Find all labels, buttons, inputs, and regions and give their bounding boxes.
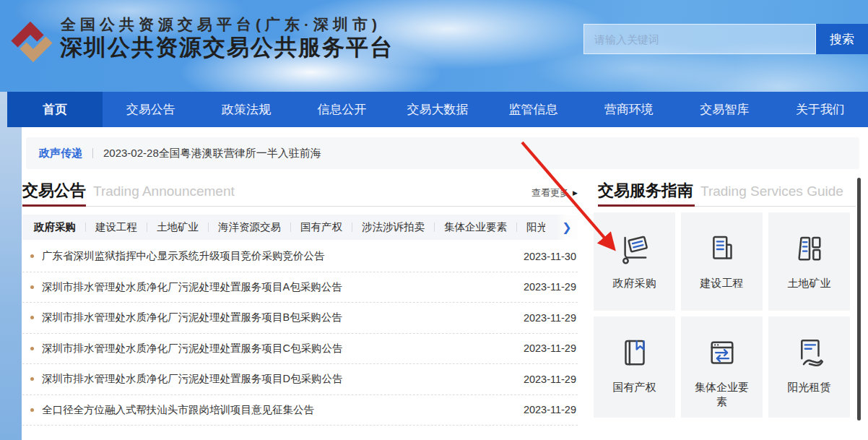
announcements-title-en: Trading Announcement bbox=[93, 184, 235, 199]
announcement-date: 2023-11-29 bbox=[524, 281, 578, 293]
service-card-sunshine-leasing[interactable]: 阳光租赁 bbox=[768, 316, 850, 418]
bullet-dot-icon bbox=[30, 377, 34, 381]
view-more-arrow-icon: ▶ bbox=[573, 189, 578, 197]
bullet-dot-icon bbox=[30, 254, 34, 258]
main-nav: 首页 交易公告 政策法规 信息公开 交易大数据 监管信息 营商环境 交易智库 关… bbox=[7, 92, 868, 127]
announcement-row[interactable]: 深圳市排水管理处水质净化厂污泥处理处置服务项目A包采购公告 2023-11-29 bbox=[22, 272, 578, 303]
ticker-category[interactable]: 政声传递 bbox=[39, 147, 82, 160]
service-card-government-procurement[interactable]: 政府采购 bbox=[594, 212, 675, 311]
nav-item-about-us[interactable]: 关于我们 bbox=[773, 92, 868, 127]
announcements-title-cn: 交易公告 bbox=[22, 180, 86, 202]
nav-item-trade-announcements[interactable]: 交易公告 bbox=[103, 92, 198, 127]
announcements-section-header: 交易公告 Trading Announcement 查看更多 ▶ bbox=[22, 180, 578, 202]
nav-item-business-env[interactable]: 营商环境 bbox=[581, 92, 677, 127]
tab-sunshine-leasing-clipped[interactable]: 阳光租赁 bbox=[526, 220, 545, 234]
announcement-list: 广东省深圳监狱指挥中心显示系统升级项目竞价采购竞价公告 2023-11-30 深… bbox=[22, 241, 578, 426]
tab-judicial-auction[interactable]: 涉法涉诉拍卖 bbox=[362, 220, 425, 234]
buildings-icon bbox=[791, 231, 828, 267]
announcement-date: 2023-11-30 bbox=[524, 251, 578, 262]
news-ticker: 政声传递 2023-02-28全国粤港澳联营律所一半入驻前海 bbox=[26, 137, 859, 169]
document-hand-icon bbox=[791, 335, 828, 371]
view-more-link[interactable]: 查看更多 ▶ bbox=[531, 186, 578, 199]
tab-marine-resources[interactable]: 海洋资源交易 bbox=[218, 220, 281, 234]
tab-state-owned-property[interactable]: 国有产权 bbox=[300, 220, 342, 234]
red-underline bbox=[598, 204, 695, 207]
service-card-land-mining[interactable]: 土地矿业 bbox=[768, 212, 850, 311]
announcement-date: 2023-11-29 bbox=[524, 342, 578, 354]
services-grid: 政府采购 建设工程 土地矿业 国有产权 bbox=[594, 212, 856, 418]
ticker-divider bbox=[92, 148, 93, 158]
bullet-dot-icon bbox=[30, 316, 34, 319]
hand-truck-documents-icon bbox=[617, 231, 653, 267]
service-card-construction[interactable]: 建设工程 bbox=[681, 212, 763, 311]
announcement-row[interactable]: 广东省深圳监狱指挥中心显示系统升级项目竞价采购竞价公告 2023-11-30 bbox=[22, 241, 578, 272]
tab-government-procurement[interactable]: 政府采购 bbox=[34, 220, 76, 234]
tab-land-mining[interactable]: 土地矿业 bbox=[157, 220, 199, 234]
announcement-row[interactable]: 深圳市排水管理处水质净化厂污泥处理处置服务项目B包采购公告 2023-11-29 bbox=[22, 303, 578, 334]
announcement-tabs: 政府采购 建设工程 土地矿业 海洋资源交易 国有产权 涉法涉诉拍卖 集体企业要素… bbox=[22, 215, 578, 240]
services-title-cn: 交易服务指南 bbox=[598, 180, 693, 202]
platform-title-shenzhen: 深圳公共资源交易公共服务平台 bbox=[60, 33, 394, 63]
announcement-date: 2023-11-29 bbox=[524, 374, 578, 385]
bullet-dot-icon bbox=[30, 347, 34, 350]
ticker-headline[interactable]: 2023-02-28全国粤港澳联营律所一半入驻前海 bbox=[103, 147, 321, 160]
announcement-date: 2023-11-29 bbox=[524, 312, 578, 324]
announcement-row[interactable]: 全口径全方位融入式帮扶汕头市跟岗培训项目意见征集公告 2023-11-29 bbox=[22, 395, 578, 426]
nav-item-think-tank[interactable]: 交易智库 bbox=[677, 92, 772, 127]
bullet-dot-icon bbox=[30, 285, 34, 289]
announcement-date: 2023-11-29 bbox=[524, 404, 578, 415]
site-header: 全国公共资源交易平台(广东·深圳市) 深圳公共资源交易公共服务平台 搜索 bbox=[0, 0, 868, 92]
service-card-collective-enterprise[interactable]: 集体企业要素 bbox=[681, 316, 763, 418]
search-button[interactable]: 搜索 bbox=[816, 24, 868, 54]
bullet-dot-icon bbox=[30, 408, 34, 412]
tabs-next-chevron-icon[interactable]: ❯ bbox=[556, 215, 578, 240]
announcements-header-rule bbox=[22, 206, 578, 207]
document-building-icon bbox=[704, 231, 740, 267]
platform-title-national: 全国公共资源交易平台(广东·深圳市) bbox=[61, 14, 381, 35]
book-bookmark-icon bbox=[617, 335, 653, 371]
nav-item-policies[interactable]: 政策法规 bbox=[199, 92, 294, 127]
services-header-rule bbox=[598, 206, 856, 207]
vertical-scrollbar[interactable] bbox=[857, 178, 861, 420]
announcement-row[interactable]: 深圳市排水管理处水质净化厂污泥处理处置服务项目D包采购公告 2023-11-29 bbox=[22, 364, 578, 395]
service-card-state-owned-property[interactable]: 国有产权 bbox=[594, 316, 675, 418]
site-logo-icon bbox=[9, 14, 55, 68]
search-input[interactable] bbox=[583, 24, 816, 54]
window-exchange-arrows-icon bbox=[704, 335, 740, 371]
tab-collective-enterprise[interactable]: 集体企业要素 bbox=[444, 220, 507, 234]
tab-construction[interactable]: 建设工程 bbox=[95, 220, 137, 234]
services-title-en: Trading Services Guide bbox=[700, 184, 843, 199]
nav-item-big-data[interactable]: 交易大数据 bbox=[390, 92, 485, 127]
red-underline bbox=[22, 204, 86, 207]
nav-item-home[interactable]: 首页 bbox=[7, 92, 103, 127]
nav-item-supervision[interactable]: 监管信息 bbox=[485, 92, 581, 127]
announcement-row[interactable]: 深圳市排水管理处水质净化厂污泥处理处置服务项目C包采购公告 2023-11-29 bbox=[22, 334, 578, 365]
services-section-header: 交易服务指南 Trading Services Guide bbox=[598, 180, 856, 202]
nav-item-info-disclosure[interactable]: 信息公开 bbox=[294, 92, 389, 127]
